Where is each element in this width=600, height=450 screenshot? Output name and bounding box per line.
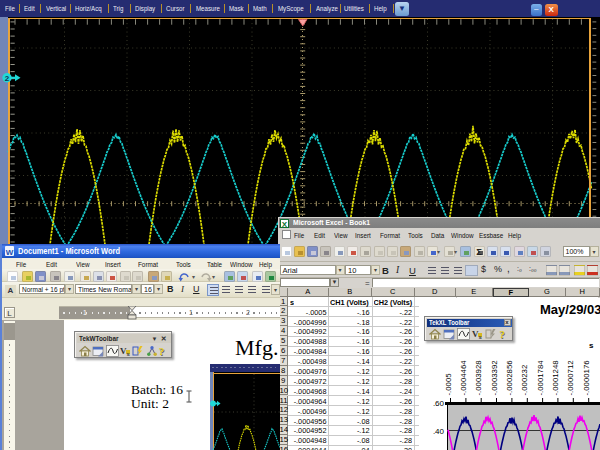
- svg-text:W: W: [6, 248, 14, 257]
- svg-text:2: 2: [5, 74, 10, 83]
- svg-text:X: X: [282, 219, 288, 228]
